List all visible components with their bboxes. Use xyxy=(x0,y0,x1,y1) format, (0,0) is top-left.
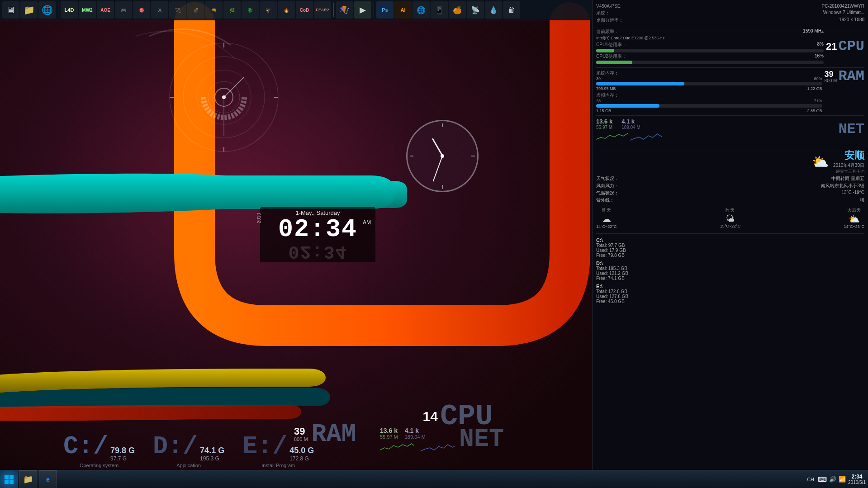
game2-icon[interactable]: MW2 xyxy=(79,1,96,19)
disk-c-right-total: Total: 97.7 GB xyxy=(596,243,864,248)
svg-point-2 xyxy=(183,57,265,138)
tray-sound[interactable]: 🔊 xyxy=(829,476,836,483)
disk-d-info: D:\ Total: 195.3 GB Used: 121.2 GB Free:… xyxy=(596,261,864,281)
net-panel-download: 4.1 k xyxy=(621,118,640,125)
game9-icon[interactable]: 🔫 xyxy=(205,1,223,19)
explorer-taskbar-btn[interactable]: 📁 xyxy=(19,470,37,488)
ram-bar2 xyxy=(596,104,659,108)
taskbar-date: 2010/5/1 xyxy=(848,480,866,485)
disk-d-right-total: Total: 195.3 GB xyxy=(596,266,864,271)
game4-icon[interactable]: 🎮 xyxy=(115,1,132,19)
orange-icon[interactable]: 🍊 xyxy=(449,1,466,19)
kite-icon[interactable]: 🪁 xyxy=(336,1,353,19)
game13-icon[interactable]: 🔥 xyxy=(278,1,295,19)
ram-desktop-widget: 39 800 M RAM xyxy=(294,423,356,446)
windows-logo-icon xyxy=(4,474,14,484)
disk-d-letter: D:/ xyxy=(153,434,198,459)
game7-icon[interactable]: 🏹 xyxy=(169,1,186,19)
net-upload-value: 13.6 k xyxy=(380,427,398,434)
net-panel-upload: 13.6 k xyxy=(596,118,612,125)
computer-taskbar-icon[interactable]: 🖥 xyxy=(2,1,19,19)
cpu1-value: 8% xyxy=(817,42,823,48)
game5-icon[interactable]: 🎯 xyxy=(133,1,150,19)
disk-d-right-letter: D:\ xyxy=(596,261,864,266)
game10-icon[interactable]: 🌿 xyxy=(223,1,241,19)
folder-taskbar-icon[interactable]: 📁 xyxy=(20,1,38,19)
disk-c-info: C:\ Total: 97.7 GB Used: 17.9 GB Free: 7… xyxy=(596,237,864,258)
net-upload-total: 55.97 M xyxy=(380,434,398,440)
browser-taskbar-icon[interactable]: 🌐 xyxy=(38,1,56,19)
phone-icon[interactable]: 📱 xyxy=(431,1,448,19)
ram-desktop-sub: 800 M xyxy=(294,436,308,442)
weather-temp-row: 气温状况： 13°C~19°C xyxy=(596,190,864,196)
dropbox-icon[interactable]: 💧 xyxy=(485,1,502,19)
disk-d-total: 195.3 G xyxy=(200,455,224,462)
opera-icon[interactable]: 🌐 xyxy=(413,1,430,19)
game8-icon[interactable]: 💣 xyxy=(187,1,204,19)
cpu-panel-number: 21 xyxy=(826,41,837,52)
taskbar: 📁 e CH ⌨ 🔊 📶 2:34 2010/5/1 xyxy=(0,470,868,488)
day2-temp: 14°C~23°C xyxy=(844,224,864,229)
cpu-model: Intel(R) Core2 Duo E7200 @2.53GHz xyxy=(596,36,824,40)
cpu-freq-value: 1590 MHz xyxy=(803,28,824,35)
svg-rect-14 xyxy=(9,475,14,479)
disk-c-total: 97.7 G xyxy=(110,455,135,462)
taskbar-time: 2:34 xyxy=(848,474,866,480)
trash-icon[interactable]: 🗑 xyxy=(503,1,520,19)
disk-e-right-letter: E:\ xyxy=(596,284,864,289)
disk-e-letter: E:/ xyxy=(242,434,287,459)
uv-value: 强 xyxy=(860,197,864,204)
ie-taskbar-btn[interactable]: e xyxy=(39,470,57,488)
photoshop-icon[interactable]: Ps xyxy=(376,1,394,19)
game6-icon[interactable]: ⚔ xyxy=(151,1,168,19)
resolution-label: 桌面分辨率： xyxy=(596,17,623,24)
day1-label: 昨天 xyxy=(720,207,740,213)
ram-panel-number: 39 xyxy=(825,70,837,78)
weather-forecast: 昨天 ☁ 14°C~22°C 昨天 🌤 15°C~22°C 大后天 ⛅ 14°C… xyxy=(596,207,864,229)
net-icon[interactable]: 📡 xyxy=(467,1,484,19)
condition-value: 中雨转雨 星期五 xyxy=(831,175,864,182)
day1-temp: 15°C~22°C xyxy=(720,224,740,228)
game3-icon[interactable]: AOE xyxy=(97,1,114,19)
day1-icon: 🌤 xyxy=(720,213,740,224)
virtual-label: 虚拟内存： xyxy=(596,92,619,99)
game14-icon[interactable]: CoD xyxy=(296,1,313,19)
game1-icon[interactable]: L4D xyxy=(61,1,78,19)
weather-uv-row: 紫外线： 强 xyxy=(596,197,864,204)
model-label: V450A-PSE: xyxy=(596,4,621,9)
net-download-value: 4.1 k xyxy=(405,427,426,434)
weather-day-2: 大后天 ⛅ 14°C~23°C xyxy=(844,207,864,229)
os-label: 系统： xyxy=(596,10,610,16)
media-play-icon[interactable]: ▶ xyxy=(354,1,371,19)
disk-c-right-used: Used: 17.9 GB xyxy=(596,248,864,253)
net-download-total: 189.04 M xyxy=(405,434,426,440)
sys-mem-label: 系统内存： xyxy=(596,70,619,76)
disk-c-size: 79.8 G xyxy=(110,446,135,455)
tick-6 xyxy=(442,185,443,189)
start-button[interactable] xyxy=(0,470,18,488)
svg-rect-16 xyxy=(9,480,14,484)
tray-network[interactable]: 📶 xyxy=(839,476,846,483)
cpu1-progress-bar xyxy=(596,49,614,52)
weather-icon: ⛅ xyxy=(812,154,829,170)
condition-label: 天气状况： xyxy=(596,175,619,182)
ram-bar2-container xyxy=(596,104,822,108)
disk-e-total: 172.8 G xyxy=(289,455,314,462)
net-panel-download-graph xyxy=(630,131,662,141)
taskbar-clock-display: 2:34 2010/5/1 xyxy=(848,474,866,485)
cpu1-bar-container xyxy=(596,49,824,52)
net-upload-graph xyxy=(380,441,414,452)
net-panel-upload-graph xyxy=(596,131,628,141)
ram-panel-sub: 800 M xyxy=(825,78,837,83)
weather-wind-row: 风向风力： 南风转东北风小于3级 xyxy=(596,183,864,189)
net-section: 13.6 k 55.97 M 4.1 k 189.04 M xyxy=(596,115,864,141)
separator-1 xyxy=(58,3,58,17)
game12-icon[interactable]: 🦅 xyxy=(260,1,277,19)
cpu-section: 当前频率： 1590 MHz Intel(R) Core2 Duo E7200 … xyxy=(596,26,864,65)
cpu1-label: CPU1使用率： xyxy=(596,42,626,48)
net-desktop-label: NET xyxy=(459,428,504,451)
game15-icon[interactable]: FEAR2 xyxy=(314,1,331,19)
illustrator-icon[interactable]: Ai xyxy=(394,1,412,19)
net-download-graph xyxy=(421,441,455,452)
game11-icon[interactable]: 🐉 xyxy=(242,1,259,19)
